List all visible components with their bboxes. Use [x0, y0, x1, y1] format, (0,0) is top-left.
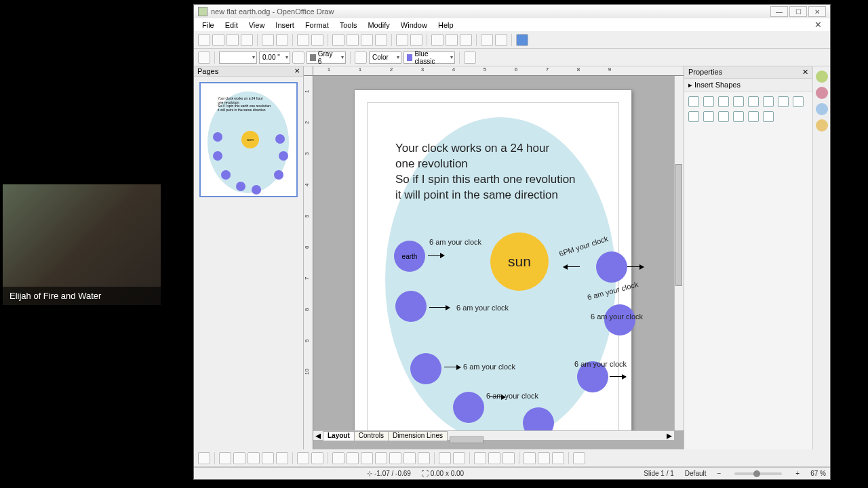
zoom-icon[interactable] [495, 34, 507, 46]
zoom-in-icon[interactable]: + [795, 470, 800, 477]
star-icon[interactable] [748, 111, 759, 122]
page[interactable]: Your clock works on a 24 hour one revolu… [354, 89, 632, 430]
print-icon[interactable] [276, 34, 288, 46]
arrow-8[interactable] [610, 376, 626, 377]
tab-layout[interactable]: Layout [323, 431, 355, 441]
line-color-combo[interactable]: Gray 6 [307, 52, 346, 64]
arrow-left-6[interactable] [564, 266, 580, 267]
autospell-icon[interactable] [311, 34, 323, 46]
arrows2-icon[interactable] [375, 452, 387, 464]
tab-dimension[interactable]: Dimension Lines [388, 431, 448, 441]
menu-help[interactable]: Help [433, 20, 459, 30]
arrow-3[interactable] [444, 367, 460, 367]
redo-icon[interactable] [410, 34, 422, 46]
clock-label-7[interactable]: 6 am your clock [591, 312, 643, 321]
hyperlink-icon[interactable] [446, 34, 458, 46]
more-shapes-icon[interactable] [763, 111, 774, 122]
sun-shape[interactable]: sun [490, 232, 549, 291]
arrow-right-6[interactable] [627, 266, 644, 267]
arrow-style-icon[interactable] [198, 52, 210, 64]
menu-edit[interactable]: Edit [220, 20, 243, 30]
help-icon[interactable] [516, 34, 528, 46]
rotate-icon[interactable] [524, 452, 536, 464]
menu-window[interactable]: Window [395, 20, 433, 30]
page-thumbnail-1[interactable]: 1 sun Your clock works on a 24 hourone r… [199, 82, 298, 197]
glue-icon[interactable] [453, 452, 465, 464]
spellcheck-icon[interactable] [297, 34, 309, 46]
clock-label-1[interactable]: 6 am your clock [429, 238, 481, 246]
drawing-viewport[interactable]: Your clock works on a 24 hour one revolu… [313, 76, 674, 430]
paste-icon[interactable] [361, 34, 373, 46]
menu-tools[interactable]: Tools [334, 20, 363, 30]
points-icon[interactable] [439, 452, 451, 464]
ellipse-icon[interactable] [262, 452, 274, 464]
clock-label-3[interactable]: 6 am your clock [463, 363, 515, 371]
select-tool-icon[interactable] [198, 452, 210, 464]
horizontal-ruler[interactable]: 1123456789 [313, 66, 684, 76]
arrow-tool-icon[interactable] [703, 96, 714, 107]
menu-view[interactable]: View [243, 20, 271, 30]
mail-icon[interactable] [241, 34, 253, 46]
line-style-combo[interactable] [219, 52, 257, 64]
text-tool-icon[interactable] [748, 96, 759, 107]
symbol-shapes-icon[interactable] [688, 111, 699, 122]
basicshapes2-icon[interactable] [347, 452, 359, 464]
arrow-2[interactable] [429, 307, 450, 308]
new-icon[interactable] [198, 34, 210, 46]
sidebar-properties-icon[interactable] [816, 70, 828, 83]
arrow-1[interactable] [428, 255, 444, 256]
fill-color-combo[interactable]: Blue classic [403, 52, 455, 64]
callout2-icon[interactable] [403, 452, 416, 464]
gallery-icon[interactable] [502, 452, 515, 464]
fromfile-icon[interactable] [488, 452, 500, 464]
chart-icon[interactable] [431, 34, 443, 46]
sidebar-styles-icon[interactable] [816, 87, 828, 99]
sidebar-navigator-icon[interactable] [816, 119, 828, 131]
rectangle-icon[interactable] [248, 452, 260, 464]
open-icon[interactable] [212, 34, 224, 46]
close-button[interactable]: ✕ [808, 6, 826, 17]
minimize-button[interactable]: — [770, 6, 788, 17]
menu-file[interactable]: File [197, 20, 220, 30]
stars2-icon[interactable] [418, 452, 430, 464]
earth-shape-3[interactable] [410, 353, 441, 384]
earth-shape-2[interactable] [395, 291, 427, 322]
align-icon[interactable] [538, 452, 550, 464]
curve2-icon[interactable] [297, 452, 309, 464]
3d-icon[interactable] [332, 452, 344, 464]
pdf-icon[interactable] [262, 34, 274, 46]
maximize-button[interactable]: ☐ [789, 6, 807, 17]
extrusion-icon[interactable] [573, 452, 585, 464]
vertical-ruler[interactable]: 12345678910 [304, 76, 313, 449]
flowchart2-icon[interactable] [389, 452, 401, 464]
curve-tool-icon[interactable] [763, 96, 774, 107]
zoom-out-icon[interactable]: − [717, 470, 722, 477]
line-width-spin-icon[interactable] [292, 52, 304, 64]
earth-shape-4[interactable] [453, 392, 484, 423]
menu-format[interactable]: Format [300, 20, 334, 30]
arrange-icon[interactable] [552, 452, 564, 464]
connector2-icon[interactable] [311, 452, 323, 464]
block-arrows-icon[interactable] [703, 111, 714, 122]
area-icon[interactable] [355, 52, 367, 64]
clock-label-4[interactable]: 6 am your clock [486, 392, 538, 400]
arrow-icon[interactable] [233, 452, 245, 464]
menu-insert[interactable]: Insert [270, 20, 300, 30]
copy-icon[interactable] [347, 34, 359, 46]
close-doc-icon[interactable]: ✕ [809, 18, 827, 31]
shadow-icon[interactable] [464, 52, 476, 64]
ellipse-tool-icon[interactable] [733, 96, 744, 107]
close-properties-icon[interactable]: ✕ [802, 68, 808, 77]
basic-shapes-icon[interactable] [793, 96, 804, 107]
table-icon[interactable] [460, 34, 472, 46]
menu-modify[interactable]: Modify [362, 20, 395, 30]
explanation-text[interactable]: Your clock works on a 24 hour one revolu… [395, 141, 619, 203]
connector-tool-icon[interactable] [778, 96, 789, 107]
earth-shape-6[interactable] [596, 251, 627, 283]
earth-shape-1[interactable]: earth [394, 241, 425, 272]
rect-tool-icon[interactable] [718, 96, 729, 107]
clock-label-2[interactable]: 6 am your clock [456, 304, 509, 312]
titlebar[interactable]: new flat earth.odg - OpenOffice Draw — ☐… [194, 5, 830, 18]
line-tool-icon[interactable] [688, 96, 699, 107]
sidebar-gallery-icon[interactable] [816, 103, 828, 115]
